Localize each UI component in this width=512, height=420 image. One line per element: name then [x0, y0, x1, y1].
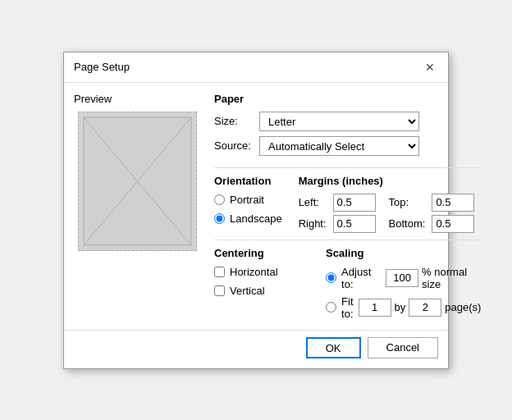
adjust-input[interactable] [386, 269, 418, 287]
title-bar: Page Setup ✕ [64, 52, 448, 83]
margins-grid: Left: Top: Right: Bottom: [299, 194, 482, 233]
landscape-label[interactable]: Landscape [230, 212, 282, 225]
close-button[interactable]: ✕ [422, 59, 438, 75]
preview-label: Preview [74, 93, 201, 105]
centering-scaling-row: Centering Horizontal Vertical Scaling [214, 247, 481, 320]
paper-section-title: Paper [214, 93, 481, 105]
cancel-button[interactable]: Cancel [368, 337, 438, 358]
button-row: OK Cancel [64, 330, 448, 368]
vertical-checkbox[interactable] [214, 285, 225, 296]
portrait-row: Portrait [214, 194, 282, 206]
portrait-label[interactable]: Portrait [230, 194, 264, 206]
source-label: Source: [214, 139, 259, 152]
size-label: Size: [214, 115, 259, 127]
fit-input-2[interactable] [409, 299, 441, 317]
vertical-row: Vertical [214, 285, 309, 297]
fit-radio[interactable] [326, 302, 336, 313]
vertical-label[interactable]: Vertical [230, 285, 265, 297]
page-setup-dialog: Page Setup ✕ Preview Paper Size: [63, 52, 449, 369]
orientation-section: Orientation Portrait Landscape [214, 175, 282, 233]
size-row: Size: Letter A4 Legal A3 [214, 112, 481, 131]
landscape-row: Landscape [214, 212, 282, 225]
divider-2 [214, 240, 481, 240]
top-label: Top: [389, 196, 426, 208]
centering-title: Centering [214, 247, 309, 259]
left-label: Left: [299, 196, 327, 208]
adjust-row: Adjust to: % normal size [326, 266, 481, 290]
orientation-title: Orientation [214, 175, 282, 187]
adjust-label[interactable]: Adjust to: [341, 266, 381, 290]
preview-svg [79, 112, 196, 250]
source-row: Source: Automatically Select Tray 1 Tray… [214, 136, 481, 156]
source-dropdown[interactable]: Automatically Select Tray 1 Tray 2 Manua… [259, 136, 419, 156]
scaling-section: Scaling Adjust to: % normal size Fit to:… [326, 247, 481, 320]
pages-label: page(s) [445, 301, 481, 313]
scaling-title: Scaling [326, 247, 481, 259]
left-input[interactable] [333, 194, 376, 212]
right-input[interactable] [333, 215, 376, 233]
horizontal-checkbox[interactable] [214, 267, 225, 277]
margins-title: Margins (inches) [299, 175, 482, 187]
orientation-margins-row: Orientation Portrait Landscape Margins (… [214, 175, 481, 233]
dialog-title: Page Setup [74, 61, 130, 73]
portrait-radio[interactable] [214, 194, 225, 205]
ok-button[interactable]: OK [306, 337, 361, 358]
landscape-radio[interactable] [214, 213, 225, 224]
size-dropdown[interactable]: Letter A4 Legal A3 [259, 112, 419, 131]
fit-label[interactable]: Fit to: [341, 295, 353, 320]
bottom-label: Bottom: [389, 217, 426, 230]
fit-row: Fit to: by page(s) [326, 295, 481, 320]
centering-section: Centering Horizontal Vertical [214, 247, 309, 320]
horizontal-label[interactable]: Horizontal [230, 266, 278, 278]
right-label: Right: [299, 217, 327, 230]
paper-section: Paper Size: Letter A4 Legal A3 Source: A… [214, 93, 481, 156]
by-text: by [395, 301, 406, 313]
preview-box [78, 112, 197, 251]
horizontal-row: Horizontal [214, 266, 309, 278]
bottom-input[interactable] [432, 215, 474, 233]
margins-section: Margins (inches) Left: Top: Right: Botto… [299, 175, 482, 233]
preview-panel: Preview [74, 93, 201, 320]
top-input[interactable] [432, 194, 474, 212]
right-panel: Paper Size: Letter A4 Legal A3 Source: A… [214, 93, 481, 320]
percent-label: % normal size [422, 266, 481, 290]
fit-input-1[interactable] [359, 299, 391, 317]
dialog-body: Preview Paper Size: Letter A4 [64, 83, 448, 330]
adjust-radio[interactable] [326, 272, 336, 283]
divider-1 [214, 167, 481, 168]
